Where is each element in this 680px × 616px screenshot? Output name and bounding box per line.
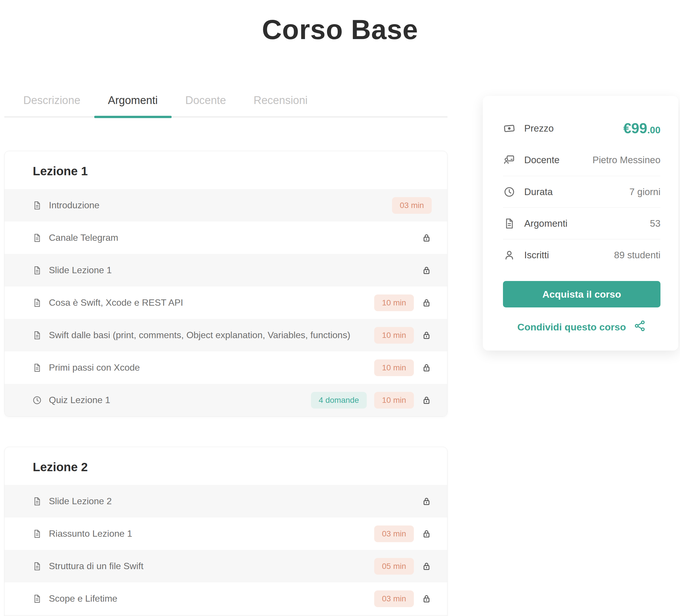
duration-badge: 03 min [392,197,432,214]
share-course-link[interactable]: Condividi questo corso [503,320,660,334]
tab-bar: DescrizioneArgomentiDocenteRecensioni [4,94,448,118]
lesson-item-row[interactable]: Struttura di un file Swift 05 min [5,550,447,582]
info-icon-slot [503,217,516,230]
item-icon-slot [32,329,42,341]
document-icon [32,232,42,243]
info-value: €99.00 [623,120,660,137]
content-column: DescrizioneArgomentiDocenteRecensioni Le… [4,94,448,616]
item-meta [421,496,432,507]
lesson-item-row[interactable]: Canale Telegram [5,222,447,254]
lesson-item-row[interactable]: Scope e Lifetime 03 min [5,582,447,615]
info-label: Durata [524,186,553,197]
course-info-row: Durata 7 giorni [503,176,660,207]
item-icon-slot [32,232,42,244]
lesson-title: Lezione 2 [5,447,447,485]
item-lock-slot [421,329,432,341]
duration-badge: 10 min [374,392,414,409]
item-meta: 03 min [374,526,432,542]
course-info-row: Argomenti 53 [503,207,660,239]
lock-icon [422,329,431,341]
lesson-items: Slide Lezione 2 Riassunto Lezione 1 03 m… [5,485,447,616]
lock-icon [422,394,431,406]
duration-badge: 10 min [374,294,414,311]
item-lock-slot [421,362,432,374]
lesson-item-row[interactable]: Primi passi con Xcode 10 min [5,351,447,384]
lesson-item-row[interactable]: Cosa è Swift, Xcode e REST API 10 min [5,287,447,319]
lesson-items: Introduzione 03 min Canale Telegram Slid… [5,189,447,416]
share-icon-slot [633,320,646,334]
info-value: Pietro Messineo [592,154,660,166]
share-icon [633,320,646,332]
lesson-item-row[interactable]: Riassunto Lezione 1 03 min [5,518,447,550]
info-icon-slot [503,249,516,261]
item-icon-slot [32,362,42,374]
item-label: Quiz Lezione 1 [49,395,110,405]
lesson-item-row[interactable]: Quiz Lezione 1 4 domande 10 min [5,384,447,416]
document-icon [503,217,515,230]
info-value: 53 [650,218,660,229]
item-icon-slot [32,297,42,309]
duration-badge: 03 min [374,590,414,607]
item-lock-slot [421,593,432,605]
item-label: Slide Lezione 1 [49,265,112,275]
item-lock-slot [421,232,432,244]
course-info-rows: Prezzo €99.00 Docente Pietro Messineo Du… [503,113,660,271]
lesson-item-row[interactable]: Slide Lezione 1 [5,254,447,287]
item-label: Canale Telegram [49,232,118,243]
info-value: 89 studenti [614,250,660,261]
item-icon-slot [32,394,42,406]
tab-descrizione[interactable]: Descrizione [9,94,94,116]
lock-icon [422,297,431,309]
lock-icon [422,265,431,276]
item-lock-slot [421,394,432,406]
item-meta: 10 min [374,359,432,376]
lesson-card: Lezione 1 Introduzione 03 min Canale Tel… [4,151,448,417]
item-label: Riassunto Lezione 1 [49,528,132,539]
duration-badge: 05 min [374,558,414,575]
document-icon [32,330,42,341]
item-lock-slot [421,265,432,276]
lock-icon [422,561,431,572]
lock-icon [422,496,431,507]
duration-badge: 03 min [374,526,414,542]
buy-course-button[interactable]: Acquista il corso [503,281,660,307]
info-icon-slot [503,122,516,135]
info-icon-slot [503,185,516,198]
tab-docente[interactable]: Docente [172,94,240,116]
document-icon [32,593,42,604]
course-info-card: Prezzo €99.00 Docente Pietro Messineo Du… [483,96,678,351]
banknote-icon [503,122,515,135]
lesson-item-row[interactable]: Introduzione 03 min [5,189,447,222]
item-label: Cosa è Swift, Xcode e REST API [49,297,183,308]
item-meta [421,232,432,244]
course-info-row: Docente Pietro Messineo [503,144,660,176]
document-icon [32,561,42,572]
document-icon [32,496,42,507]
item-meta: 4 domande 10 min [311,392,432,409]
item-lock-slot [421,561,432,572]
clock-icon [32,395,42,406]
course-info-row: Iscritti 89 studenti [503,239,660,271]
item-label: Swift dalle basi (print, comments, Objec… [49,330,350,341]
lock-icon [422,232,431,244]
teacher-icon [503,154,515,166]
item-lock-slot [421,496,432,507]
share-link-label: Condividi questo corso [517,322,626,333]
person-icon [503,249,515,261]
page-title: Corso Base [0,14,680,46]
lesson-item-row[interactable]: Swift dalle basi (print, comments, Objec… [5,319,447,351]
item-meta: 10 min [374,294,432,311]
item-meta [421,265,432,276]
info-icon-slot [503,154,516,166]
info-value: 7 giorni [629,186,660,197]
lesson-item-row[interactable]: Slide Lezione 2 [5,485,447,518]
lock-icon [422,528,431,539]
lock-icon [422,593,431,605]
item-icon-slot [32,528,42,539]
item-icon-slot [32,496,42,507]
tab-argomenti[interactable]: Argomenti [94,94,172,116]
item-label: Introduzione [49,200,100,211]
tab-recensioni[interactable]: Recensioni [240,94,321,116]
lesson-item-row [5,615,447,616]
clock-icon [503,186,515,198]
